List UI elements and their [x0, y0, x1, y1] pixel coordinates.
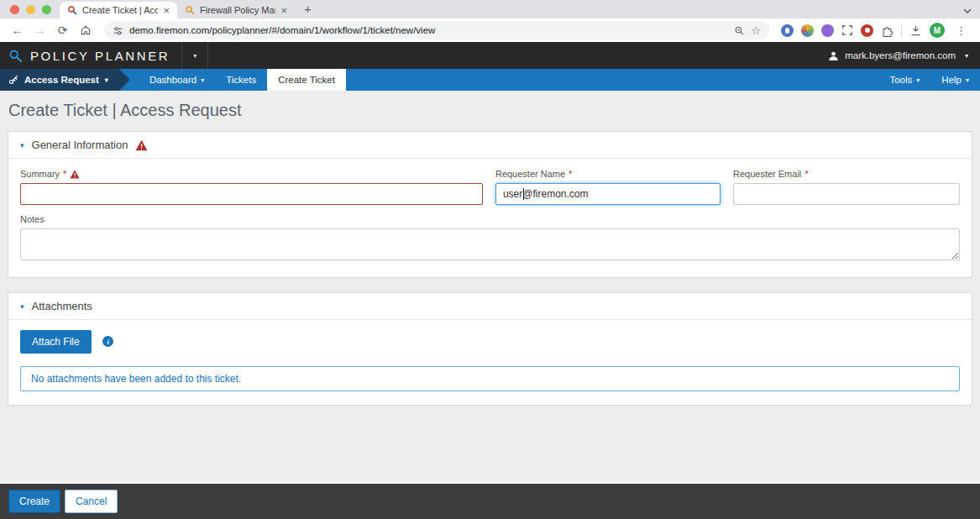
- downloads-icon[interactable]: [909, 24, 922, 37]
- close-icon[interactable]: ×: [163, 5, 170, 16]
- section-title: General Information: [32, 139, 128, 151]
- user-menu[interactable]: mark.byers@firemon.com ▾: [828, 50, 980, 61]
- user-icon: [828, 50, 839, 61]
- zoom-icon[interactable]: [734, 25, 745, 36]
- page-title: Create Ticket | Access Request: [0, 91, 980, 131]
- policy-planner-logo-icon: [8, 49, 23, 63]
- workflow-label: Access Request: [24, 75, 99, 85]
- browser-tab-strip: Create Ticket | Access Reque × Firewall …: [0, 0, 980, 18]
- chevron-down-icon: ▾: [966, 76, 969, 84]
- site-settings-icon[interactable]: [113, 25, 123, 36]
- attachments-body: Attach File i No attachments have been a…: [8, 320, 972, 405]
- window-zoom-button[interactable]: [42, 5, 51, 14]
- attach-row: Attach File i: [20, 330, 960, 354]
- nav-item-dashboard[interactable]: Dashboard ▾: [139, 69, 215, 91]
- nav-item-label: Help: [941, 75, 962, 85]
- notes-field-group: Notes: [20, 214, 960, 264]
- red-extension-icon[interactable]: [861, 24, 873, 37]
- chevron-down-icon[interactable]: [963, 8, 972, 14]
- nav-item-label: Tickets: [226, 75, 256, 85]
- chevron-down-icon: ▾: [201, 76, 204, 84]
- workflow-selector[interactable]: Access Request ▾: [0, 69, 130, 91]
- toolbar-extensions: M ⋮: [778, 23, 973, 38]
- chevron-down-icon: ▾: [193, 52, 197, 60]
- nav-item-label: Create Ticket: [278, 75, 335, 85]
- attach-file-button[interactable]: Attach File: [20, 330, 92, 354]
- window-minimize-button[interactable]: [26, 5, 35, 14]
- password-manager-extension-icon[interactable]: [781, 24, 794, 37]
- forward-icon[interactable]: →: [29, 24, 50, 36]
- app-switcher-dropdown[interactable]: ▾: [181, 42, 208, 69]
- browser-toolbar: ← → ⟳ demo.firemon.com/policyplanner/#/d…: [0, 18, 980, 42]
- user-email: mark.byers@firemon.com: [845, 50, 956, 60]
- attachments-header[interactable]: ▾ Attachments: [8, 293, 972, 320]
- new-tab-button[interactable]: +: [295, 2, 321, 18]
- nav-item-label: Tools: [889, 75, 912, 85]
- browser-tab-create-ticket[interactable]: Create Ticket | Access Reque ×: [60, 2, 177, 18]
- warning-icon: [70, 170, 80, 179]
- workflow-nav-bar: Access Request ▾ Dashboard ▾ Tickets Cre…: [0, 69, 980, 91]
- requester-name-label: Requester Name *: [495, 169, 721, 179]
- policy-planner-favicon: [67, 5, 77, 15]
- app-brand: POLICY PLANNER: [0, 42, 181, 69]
- section-title: Attachments: [32, 300, 92, 312]
- nav-item-create-ticket[interactable]: Create Ticket: [267, 69, 346, 91]
- create-button[interactable]: Create: [8, 490, 60, 513]
- general-information-body: Summary * Requester Name *: [8, 159, 972, 277]
- tab-title: Firewall Policy Manager | Fire: [200, 5, 275, 15]
- cancel-button[interactable]: Cancel: [65, 490, 118, 513]
- requester-name-input[interactable]: [495, 183, 721, 205]
- url-text[interactable]: demo.firemon.com/policyplanner/#/domain/…: [129, 25, 728, 35]
- app-title: POLICY PLANNER: [30, 49, 170, 63]
- nav-right-group: Tools ▾ Help ▾: [878, 69, 980, 91]
- summary-field-group: Summary *: [20, 169, 483, 205]
- collapse-triangle-icon[interactable]: ▾: [20, 302, 24, 311]
- general-information-panel: ▾ General Information Summary * Requeste…: [8, 131, 972, 278]
- window-controls: [5, 0, 60, 18]
- notes-textarea[interactable]: [20, 228, 960, 260]
- info-icon[interactable]: i: [102, 336, 113, 347]
- bookmark-star-icon[interactable]: ☆: [751, 24, 761, 37]
- window-close-button[interactable]: [10, 5, 19, 14]
- purple-extension-icon[interactable]: [821, 24, 834, 37]
- screenshot-extension-icon[interactable]: [841, 24, 853, 36]
- chevron-down-icon: ▾: [105, 76, 108, 84]
- back-icon[interactable]: ←: [7, 24, 28, 36]
- toolbar-divider: [901, 24, 902, 37]
- summary-input[interactable]: [20, 183, 483, 205]
- address-bar[interactable]: demo.firemon.com/policyplanner/#/domain/…: [104, 21, 769, 39]
- warning-icon: [135, 139, 148, 151]
- home-icon[interactable]: [75, 24, 96, 36]
- nav-item-label: Dashboard: [149, 75, 197, 85]
- attachments-panel: ▾ Attachments Attach File i No attachmen…: [8, 292, 972, 406]
- nav-item-tools[interactable]: Tools ▾: [878, 69, 930, 91]
- requester-email-input[interactable]: [733, 183, 960, 205]
- key-icon: [8, 75, 18, 85]
- no-attachments-message: No attachments have been added to this t…: [20, 366, 960, 391]
- requester-email-field-group: Requester Email *: [733, 169, 960, 205]
- nav-item-tickets[interactable]: Tickets: [215, 69, 267, 91]
- requester-email-label: Requester Email *: [733, 169, 960, 179]
- chevron-down-icon: ▾: [965, 52, 968, 60]
- nav-item-help[interactable]: Help ▾: [930, 69, 980, 91]
- tab-title: Create Ticket | Access Reque: [82, 5, 158, 15]
- summary-label: Summary *: [20, 169, 483, 179]
- browser-profile-avatar[interactable]: M: [930, 23, 945, 38]
- notes-label: Notes: [20, 214, 960, 224]
- footer-action-bar: Create Cancel: [0, 484, 980, 519]
- firewall-manager-favicon: [185, 5, 195, 15]
- extensions-puzzle-icon[interactable]: [881, 24, 894, 37]
- browser-extension-icon[interactable]: [801, 24, 814, 37]
- text-cursor: [523, 188, 524, 200]
- close-icon[interactable]: ×: [280, 5, 287, 16]
- main-content: Create Ticket | Access Request ▾ General…: [0, 91, 980, 482]
- browser-menu-icon[interactable]: ⋮: [952, 24, 970, 37]
- browser-tab-firewall-policy-manager[interactable]: Firewall Policy Manager | Fire ×: [177, 2, 295, 18]
- chevron-down-icon: ▾: [916, 76, 920, 84]
- collapse-triangle-icon[interactable]: ▾: [20, 141, 24, 149]
- app-header: POLICY PLANNER ▾ mark.byers@firemon.com …: [0, 42, 980, 69]
- general-information-header[interactable]: ▾ General Information: [8, 132, 972, 159]
- reload-icon[interactable]: ⟳: [52, 24, 73, 36]
- requester-name-field-group: Requester Name *: [495, 169, 721, 205]
